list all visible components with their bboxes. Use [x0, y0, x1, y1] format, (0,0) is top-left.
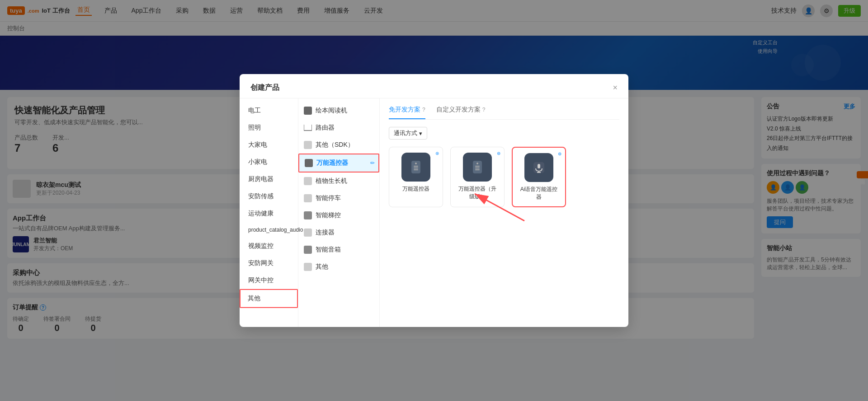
- product-icon-remote-upgrade: [463, 153, 492, 182]
- sub-icon-luyou: [304, 125, 312, 131]
- svg-rect-3: [414, 168, 418, 168]
- sub-wanneng[interactable]: 万能遥控器 ✏: [298, 154, 379, 173]
- wifi-badge-2: ⊛: [497, 151, 500, 156]
- sub-icon-other: [304, 263, 312, 271]
- svg-rect-2: [414, 166, 418, 167]
- modal-body: 电工 照明 大家电 小家电 厨房电器 安防传感 运动健康 product_cat…: [240, 98, 628, 327]
- sub-category-list: 绘本阅读机 路由器 其他（SDK） 万能遥控器 ✏: [298, 98, 380, 327]
- product-card-ai-remote[interactable]: ⊛ Ai语音万能: [512, 147, 566, 207]
- svg-rect-4: [414, 169, 418, 170]
- svg-rect-7: [475, 166, 480, 167]
- svg-point-1: [415, 163, 417, 164]
- product-grid: ⊛ 万能遥控器: [389, 147, 619, 207]
- product-name-ai: Ai语音万能遥控器: [518, 186, 560, 201]
- tab-custom-dev[interactable]: 自定义开发方案 ?: [436, 106, 486, 119]
- create-product-modal: 创建产品 × 电工 照明 大家电 小家电 厨房电器 安防传感 运动健康 prod…: [240, 74, 628, 327]
- sub-connector[interactable]: 连接器: [298, 224, 379, 241]
- modal-overlay: 创建产品 × 电工 照明 大家电 小家电 厨房电器 安防传感 运动健康 prod…: [0, 36, 868, 401]
- product-name-remote: 万能遥控器: [395, 185, 437, 193]
- sub-icon-zhiwu: [304, 177, 312, 185]
- svg-rect-9: [475, 169, 480, 170]
- sub-zhiwu[interactable]: 植物生长机: [298, 173, 379, 190]
- sub-elevator[interactable]: 智能梯控: [298, 207, 379, 224]
- sub-icon-connector: [304, 228, 312, 237]
- sub-icon-parking: [304, 194, 312, 202]
- sub-speaker[interactable]: 智能音箱: [298, 241, 379, 258]
- modal-close-button[interactable]: ×: [613, 83, 618, 93]
- sub-edit-icon[interactable]: ✏: [370, 160, 375, 166]
- svg-point-6: [476, 163, 478, 164]
- cat-yundong[interactable]: 运动健康: [240, 205, 298, 222]
- cat-jiankong[interactable]: 视频监控: [240, 238, 298, 255]
- sub-parking[interactable]: 智能停车: [298, 190, 379, 207]
- ai-remote-svg: [531, 159, 547, 176]
- chevron-down-icon: ▾: [419, 130, 422, 137]
- sub-icon-wanneng: [305, 159, 313, 167]
- comm-method-btn[interactable]: 通讯方式 ▾: [389, 127, 427, 140]
- svg-rect-11: [538, 164, 540, 168]
- wifi-badge-3: ⊛: [558, 151, 561, 156]
- sub-icon-elevator: [304, 211, 312, 219]
- sub-icon-speaker: [304, 246, 312, 254]
- cat-qita[interactable]: 其他: [240, 289, 298, 308]
- modal-right-panel: 免开发方案 ? 自定义开发方案 ? 通讯方式 ▾: [380, 98, 628, 327]
- product-card-remote[interactable]: ⊛ 万能遥控器: [389, 147, 443, 207]
- category-list: 电工 照明 大家电 小家电 厨房电器 安防传感 运动健康 product_cat…: [240, 98, 298, 327]
- product-card-remote-upgrade[interactable]: ⊛ 万能遥控器（升级版）: [450, 147, 505, 207]
- sub-icon-huiben: [304, 107, 312, 115]
- svg-rect-8: [475, 168, 480, 168]
- cat-xiaojiadian[interactable]: 小家电: [240, 154, 298, 171]
- modal-header: 创建产品 ×: [240, 74, 628, 98]
- product-name-remote-upgrade: 万能遥控器（升级版）: [456, 185, 499, 200]
- cat-chufang[interactable]: 厨房电器: [240, 171, 298, 188]
- sub-huiben[interactable]: 绘本阅读机: [298, 102, 379, 119]
- sub-icon-sdk: [304, 141, 312, 149]
- cat-wangguan[interactable]: 安防网关: [240, 255, 298, 272]
- cat-dajiadian[interactable]: 大家电: [240, 136, 298, 154]
- tab-free-question: ?: [422, 107, 425, 113]
- tab-custom-question: ?: [482, 107, 486, 113]
- sub-sdk[interactable]: 其他（SDK）: [298, 136, 379, 154]
- tab-row: 免开发方案 ? 自定义开发方案 ?: [389, 106, 619, 120]
- sub-other[interactable]: 其他: [298, 258, 379, 275]
- modal-title: 创建产品: [250, 83, 279, 93]
- product-icon-ai-remote: [524, 153, 553, 182]
- cat-anfang[interactable]: 安防传感: [240, 188, 298, 205]
- remote-svg: [408, 159, 424, 175]
- wifi-badge-1: ⊛: [435, 151, 439, 156]
- product-icon-remote: [401, 153, 430, 182]
- tab-free-dev[interactable]: 免开发方案 ?: [389, 106, 425, 119]
- remote-upgrade-svg: [469, 159, 486, 175]
- sub-luyou[interactable]: 路由器: [298, 119, 379, 136]
- cat-wangguanzhong[interactable]: 网关中控: [240, 272, 298, 289]
- cat-audio[interactable]: product_catalog_audio: [240, 222, 298, 238]
- cat-dianggong[interactable]: 电工: [240, 102, 298, 119]
- cat-zhaoming[interactable]: 照明: [240, 119, 298, 136]
